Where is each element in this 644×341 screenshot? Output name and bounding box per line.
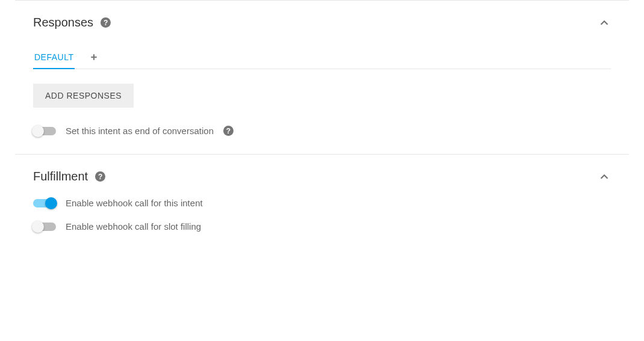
responses-header: Responses ?: [33, 16, 611, 29]
tab-default[interactable]: DEFAULT: [33, 46, 75, 69]
webhook-intent-toggle[interactable]: [33, 199, 56, 207]
chevron-up-icon[interactable]: [598, 170, 611, 183]
end-conversation-label: Set this intent as end of conversation: [66, 126, 214, 136]
webhook-slot-label: Enable webhook call for slot filling: [66, 221, 201, 232]
fulfillment-header: Fulfillment ?: [33, 170, 611, 183]
add-tab-button[interactable]: [87, 48, 101, 68]
fulfillment-title: Fulfillment: [33, 170, 88, 183]
webhook-intent-label: Enable webhook call for this intent: [66, 198, 203, 208]
end-conversation-toggle[interactable]: [33, 127, 56, 135]
responses-section: Responses ? DEFAULT ADD RESPONSES Set th…: [15, 0, 629, 154]
responses-title: Responses: [33, 16, 93, 29]
help-icon[interactable]: ?: [223, 126, 234, 136]
chevron-up-icon[interactable]: [598, 16, 611, 29]
help-icon[interactable]: ?: [101, 17, 111, 28]
webhook-slot-row: Enable webhook call for slot filling: [33, 221, 611, 232]
end-conversation-row: Set this intent as end of conversation ?: [33, 126, 611, 136]
add-responses-button[interactable]: ADD RESPONSES: [33, 84, 134, 108]
fulfillment-section: Fulfillment ? Enable webhook call for th…: [15, 154, 629, 250]
response-tabs: DEFAULT: [33, 46, 611, 69]
webhook-slot-toggle[interactable]: [33, 223, 56, 231]
help-icon[interactable]: ?: [95, 171, 105, 182]
webhook-intent-row: Enable webhook call for this intent: [33, 198, 611, 208]
